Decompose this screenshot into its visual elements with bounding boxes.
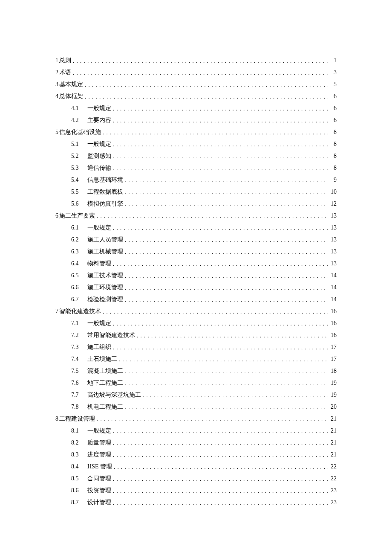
toc-leader <box>125 237 328 243</box>
toc-leader <box>113 488 328 494</box>
toc-number: 7.6 <box>71 380 87 386</box>
toc-title: 施工技术管理 <box>87 273 123 279</box>
toc-number: 5.1 <box>71 141 87 147</box>
toc-number: 5 <box>55 129 58 135</box>
toc-row: 4.2主要内容6 <box>55 117 337 123</box>
toc-title: 一般规定 <box>87 105 111 111</box>
toc-row: 8.7设计管理23 <box>55 500 337 506</box>
toc-page-number: 8 <box>329 165 337 171</box>
toc-number: 8.2 <box>71 440 87 446</box>
toc-leader <box>103 130 328 135</box>
toc-number: 6.2 <box>71 237 87 243</box>
toc-row: 7.7高边坡与深基坑施工19 <box>55 392 337 398</box>
toc-title: 机电工程施工 <box>87 404 123 410</box>
toc-title: 一般规定 <box>87 225 111 231</box>
toc-page-number: 13 <box>329 249 337 255</box>
toc-leader <box>125 273 328 279</box>
toc-title: 基本规定 <box>59 81 83 87</box>
toc-page-number: 17 <box>329 344 337 350</box>
toc-number: 7.4 <box>71 356 87 362</box>
toc-title: 合同管理 <box>87 476 111 482</box>
toc-leader <box>113 261 328 267</box>
toc-row: 5.4信息基础环境9 <box>55 177 337 183</box>
toc-number: 5.6 <box>71 201 87 207</box>
toc-row: 7.2常用智能建造技术16 <box>55 332 337 338</box>
toc-leader <box>113 500 328 506</box>
toc-row: 7.4土石坝施工17 <box>55 356 337 362</box>
toc-row: 5信息化基础设施8 <box>55 129 337 135</box>
toc-number: 8.4 <box>71 464 87 470</box>
toc-title: 工程建设管理 <box>59 416 95 422</box>
toc-row: 5.6模拟仿真引擎12 <box>55 201 337 207</box>
toc-leader <box>113 452 328 458</box>
toc-title: 高边坡与深基坑施工 <box>87 392 141 398</box>
toc-title: 施工生产要素 <box>59 213 95 219</box>
toc-number: 7.3 <box>71 344 87 350</box>
toc-title: 术语 <box>59 70 71 76</box>
toc-page-number: 10 <box>329 189 337 195</box>
toc-number: 6.5 <box>71 273 87 279</box>
toc-row: 6.3施工机械管理13 <box>55 249 337 255</box>
toc-number: 8.1 <box>71 428 87 434</box>
toc-page-number: 21 <box>329 416 337 422</box>
toc-title: 工程数据底板 <box>87 189 123 195</box>
toc-row: 8.4HSE 管理22 <box>55 464 337 470</box>
toc-page-number: 12 <box>329 201 337 207</box>
toc-page-number: 14 <box>329 296 337 302</box>
toc-list: 1总则12术语33基本规定54总体框架64.1一般规定64.2主要内容65信息化… <box>55 58 337 506</box>
toc-title: 监测感知 <box>87 153 111 159</box>
toc-leader <box>125 381 328 386</box>
toc-leader <box>113 118 328 123</box>
toc-page-number: 13 <box>329 225 337 231</box>
toc-number: 6.6 <box>71 285 87 291</box>
toc-row: 7智能化建造技术16 <box>55 308 337 314</box>
toc-number: 7 <box>55 308 58 314</box>
toc-leader <box>113 166 328 171</box>
toc-page-number: 13 <box>329 237 337 243</box>
toc-leader <box>85 82 328 87</box>
toc-number: 7.1 <box>71 320 87 326</box>
toc-page-number: 21 <box>329 440 337 446</box>
toc-leader <box>137 333 328 338</box>
toc-leader <box>113 345 328 350</box>
toc-title: 一般规定 <box>87 141 111 147</box>
toc-page-number: 22 <box>329 476 337 482</box>
toc-page-number: 23 <box>329 500 337 506</box>
toc-row: 4.1一般规定6 <box>55 105 337 111</box>
toc-title: 常用智能建造技术 <box>87 332 135 338</box>
toc-leader <box>97 213 328 219</box>
toc-title: 土石坝施工 <box>87 356 117 362</box>
toc-number: 2 <box>55 70 58 76</box>
toc-leader <box>85 94 328 99</box>
toc-title: 总体框架 <box>59 93 83 99</box>
toc-number: 5.2 <box>71 153 87 159</box>
toc-number: 7.5 <box>71 368 87 374</box>
toc-number: 1 <box>55 58 58 64</box>
toc-number: 8.5 <box>71 476 87 482</box>
toc-leader <box>143 392 328 398</box>
toc-row: 5.1一般规定8 <box>55 141 337 147</box>
toc-row: 5.5工程数据底板10 <box>55 189 337 195</box>
toc-leader <box>125 369 328 374</box>
toc-page-number: 13 <box>329 261 337 267</box>
toc-row: 2术语3 <box>55 70 337 76</box>
toc-row: 4总体框架6 <box>55 93 337 99</box>
toc-leader <box>113 154 328 159</box>
toc-page-number: 16 <box>329 332 337 338</box>
toc-page-number: 18 <box>329 368 337 374</box>
toc-row: 7.1一般规定16 <box>55 320 337 326</box>
toc-leader <box>113 225 328 231</box>
toc-title: 混凝土坝施工 <box>87 368 123 374</box>
toc-title: 总则 <box>59 58 71 64</box>
toc-leader <box>125 404 328 410</box>
toc-page-number: 13 <box>329 213 337 219</box>
toc-row: 6施工生产要素13 <box>55 213 337 219</box>
toc-number: 8.7 <box>71 500 87 506</box>
toc-number: 5.4 <box>71 177 87 183</box>
toc-leader <box>125 189 328 195</box>
toc-row: 8工程建设管理21 <box>55 416 337 422</box>
toc-number: 6.4 <box>71 261 87 267</box>
toc-number: 5.5 <box>71 189 87 195</box>
toc-leader <box>113 440 328 446</box>
toc-number: 7.8 <box>71 404 87 410</box>
